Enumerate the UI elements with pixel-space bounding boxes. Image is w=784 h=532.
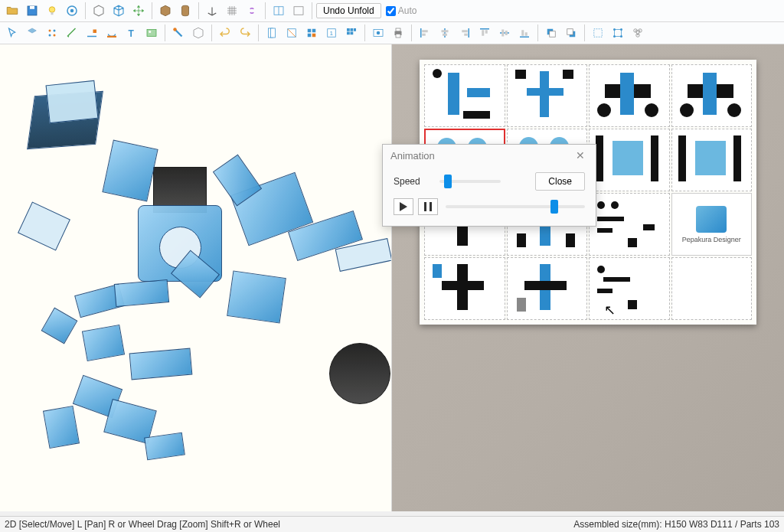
move-arrows-icon[interactable]	[129, 2, 148, 20]
close-button[interactable]: Close	[535, 172, 585, 191]
page-sheet[interactable]	[589, 129, 670, 191]
svg-rect-26	[312, 34, 316, 38]
pause-button[interactable]	[418, 198, 438, 215]
bounds-icon[interactable]	[589, 24, 607, 42]
undo-unfold-button[interactable]: Undo Unfold	[316, 3, 381, 18]
svg-rect-9	[294, 7, 303, 15]
svg-rect-49	[482, 30, 484, 36]
measure-icon[interactable]	[63, 24, 81, 42]
svg-rect-52	[501, 30, 504, 37]
select-face-icon[interactable]	[23, 24, 41, 42]
svg-point-18	[149, 31, 151, 33]
page-sheet[interactable]	[424, 64, 505, 127]
align-left-icon[interactable]	[416, 24, 434, 42]
svg-rect-61	[594, 29, 603, 38]
link-icon[interactable]	[243, 2, 261, 20]
align-middle-icon[interactable]	[495, 24, 514, 42]
fill-color-icon[interactable]	[103, 24, 121, 42]
timeline-slider[interactable]	[446, 205, 585, 208]
play-button[interactable]	[394, 198, 413, 215]
texture-icon[interactable]	[63, 2, 81, 20]
select-poly-icon[interactable]	[3, 24, 21, 42]
page-open-icon[interactable]	[263, 24, 281, 42]
svg-point-10	[49, 30, 51, 32]
close-icon[interactable]: ✕	[573, 149, 588, 162]
speed-slider[interactable]	[439, 180, 501, 183]
page-sheet[interactable]	[589, 64, 670, 127]
group-icon[interactable]	[629, 24, 647, 42]
undo-icon[interactable]	[216, 24, 234, 42]
auto-checkbox[interactable]	[386, 6, 396, 16]
align-center-h-icon[interactable]	[436, 24, 454, 42]
text-tool-icon[interactable]: T	[122, 24, 141, 42]
svg-rect-1	[30, 6, 34, 9]
grid-icon[interactable]	[223, 2, 241, 20]
page-fold-icon[interactable]	[283, 24, 301, 42]
align-top-icon[interactable]	[475, 24, 494, 42]
svg-point-2	[49, 7, 55, 13]
3d-box-icon[interactable]	[90, 2, 108, 20]
svg-rect-60	[567, 29, 573, 35]
viewport-3d[interactable]	[0, 44, 392, 511]
page-sheet[interactable]	[671, 64, 753, 127]
page-grid-icon[interactable]	[302, 24, 321, 42]
svg-rect-32	[347, 32, 350, 35]
vertex-tool-icon[interactable]	[43, 24, 61, 42]
main-split: Pepakura Designer ↖	[0, 44, 784, 511]
svg-rect-47	[464, 34, 468, 36]
layer-back-icon[interactable]	[562, 24, 580, 42]
speed-thumb[interactable]	[444, 175, 452, 188]
page-sheet[interactable]	[589, 193, 670, 256]
timeline-thumb[interactable]	[550, 200, 558, 214]
cube-outline-icon[interactable]	[109, 2, 128, 20]
transform-icon[interactable]	[609, 24, 627, 42]
page-num-icon[interactable]: 1	[322, 24, 341, 42]
layer-front-icon[interactable]	[542, 24, 560, 42]
save-icon[interactable]	[23, 2, 41, 20]
svg-point-66	[620, 35, 622, 38]
viewport-2d[interactable]: Pepakura Designer ↖	[392, 44, 784, 511]
align-bottom-icon[interactable]	[515, 24, 534, 42]
page-sheet[interactable]	[424, 257, 505, 320]
dialog-titlebar[interactable]: Animation ✕	[383, 145, 596, 166]
svg-point-19	[173, 28, 177, 31]
cylinder-icon[interactable]	[176, 2, 194, 20]
folder-open-icon[interactable]	[3, 2, 21, 20]
align-right-icon[interactable]	[456, 24, 474, 42]
axis-icon[interactable]	[203, 2, 221, 20]
svg-rect-41	[422, 34, 426, 36]
svg-rect-17	[147, 30, 156, 37]
line-edit-icon[interactable]	[83, 24, 101, 42]
svg-text:1: 1	[330, 30, 333, 37]
status-left: 2D [Select/Move] L [Pan] R or Wheel Drag…	[5, 519, 280, 530]
svg-rect-58	[550, 31, 556, 38]
auto-label: Auto	[398, 5, 417, 16]
svg-point-12	[49, 34, 51, 37]
page-sheet[interactable]	[507, 64, 588, 127]
print-icon[interactable]	[389, 24, 407, 42]
redo-icon[interactable]	[236, 24, 254, 42]
page-sheet[interactable]	[671, 257, 753, 320]
lightbulb-icon[interactable]	[43, 2, 61, 20]
grid-all-icon[interactable]	[342, 24, 361, 42]
svg-rect-23	[308, 29, 312, 33]
page-sheet-logo[interactable]: Pepakura Designer	[671, 193, 753, 256]
page-sheet[interactable]	[589, 257, 670, 320]
svg-rect-43	[442, 30, 449, 32]
split-vertical-icon[interactable]	[270, 2, 288, 20]
page-sheet[interactable]	[671, 129, 753, 191]
panel-single-icon[interactable]	[289, 2, 308, 20]
cube-wire-icon[interactable]	[189, 24, 207, 42]
logo-text: Pepakura Designer	[682, 236, 741, 243]
svg-point-64	[620, 28, 622, 31]
paint-icon[interactable]	[169, 24, 188, 42]
page-sheet[interactable]	[507, 257, 588, 320]
svg-rect-70	[424, 202, 426, 211]
export-img-icon[interactable]	[369, 24, 387, 42]
svg-rect-46	[462, 30, 468, 32]
svg-rect-15	[107, 36, 116, 38]
auto-checkbox-wrap[interactable]: Auto	[386, 5, 417, 16]
svg-rect-25	[308, 34, 312, 38]
cube-solid-icon[interactable]	[156, 2, 175, 20]
image-tool-icon[interactable]	[142, 24, 161, 42]
